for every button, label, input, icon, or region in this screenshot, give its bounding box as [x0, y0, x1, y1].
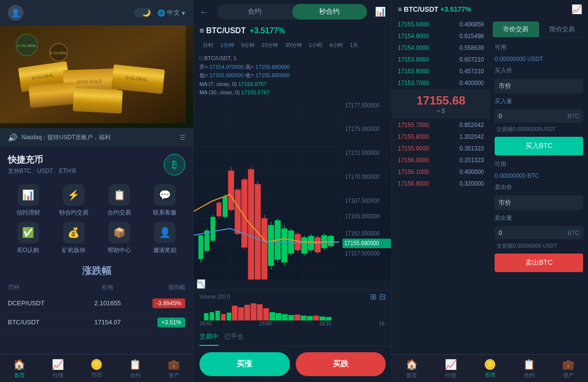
- nav-icon: 📋: [523, 359, 535, 370]
- contract-tabs: 合约秒合约: [217, 4, 367, 20]
- market-row[interactable]: DCEP/USDT 2.101655 -3.8945%: [0, 294, 193, 313]
- timeframe-1天[interactable]: 1天: [347, 40, 362, 50]
- ob-bid-price: 17155.6000: [398, 21, 429, 28]
- timeframe-1小时[interactable]: 1小时: [305, 40, 326, 50]
- menu-item-邀请奖励[interactable]: 👤 邀请奖励: [145, 222, 185, 255]
- ob-ask-row[interactable]: 17155.9000 0.351323: [392, 143, 490, 154]
- ob-ask-price: 17156.1000: [398, 169, 429, 175]
- contract-tab-秒合约[interactable]: 秒合约: [292, 4, 368, 20]
- chart-mode-icon[interactable]: 📊: [375, 6, 386, 17]
- ob-bid-row[interactable]: 17154.9000 0.615498: [392, 30, 490, 42]
- available-label: 可用: [495, 43, 506, 52]
- ob-ask-row[interactable]: 17155.7000 0.852042: [392, 119, 490, 131]
- sell-amount-input[interactable]: 0 BTC: [495, 226, 583, 239]
- theme-toggle[interactable]: [134, 8, 152, 18]
- timeframe-分时[interactable]: 分时: [199, 40, 217, 50]
- menu-item-IEO认购[interactable]: ✅ IEO认购: [8, 222, 48, 255]
- trade-status-已平仓[interactable]: 已平仓: [224, 328, 243, 346]
- trade-type-tab-限价交易[interactable]: 限价交易: [539, 21, 586, 37]
- ob-bid-row[interactable]: 17155.6000 0.406859: [392, 19, 490, 30]
- svg-text:G·GLOBAL: G·GLOBAL: [17, 43, 37, 48]
- nav-item-行情[interactable]: 📈 行情: [39, 355, 77, 382]
- buy-amount-label: 买入量: [495, 97, 512, 106]
- sell-price-label-row: 卖出价: [493, 181, 585, 193]
- right-nav-item-首页[interactable]: 🏠 首页: [392, 355, 431, 382]
- ob-bid-row[interactable]: 17153.9000 0.607210: [392, 54, 490, 65]
- buy-btc-button[interactable]: 买入BTC: [495, 137, 583, 155]
- market-title: 涨跌幅: [82, 264, 111, 277]
- ob-ask-amount: 0.320000: [459, 180, 484, 187]
- trade-status-交易中[interactable]: 交易中: [199, 328, 218, 346]
- svg-rect-46: [261, 218, 267, 281]
- time-label: 19:00: [259, 321, 271, 326]
- row-price: 2.101655: [74, 299, 141, 307]
- right-nav-item-行情[interactable]: 📈 行情: [431, 355, 470, 382]
- right-nav-item-币币[interactable]: 🪙 币币: [470, 355, 509, 382]
- ob-ask-row[interactable]: 17155.8000 1.202042: [392, 131, 490, 143]
- timeframe-30分钟[interactable]: 30分钟: [282, 40, 305, 50]
- ob-bid-row[interactable]: 17153.7000 0.400000: [392, 77, 490, 89]
- market-section: 涨跌幅 币种 价格 涨跌幅 DCEP/USDT 2.101655 -3.8945…: [0, 258, 193, 354]
- svg-text:17177.500000: 17177.500000: [345, 102, 380, 109]
- notice-bar: 🔊 Nasdaq：提转USDT至账户，福利 ☰: [0, 128, 193, 147]
- sell-btc-button[interactable]: 卖出BTC: [495, 254, 583, 272]
- right-chart-icon[interactable]: 📈: [571, 4, 582, 15]
- timeframe-5分钟[interactable]: 5分钟: [238, 40, 258, 50]
- ob-bid-amount: 0.607210: [459, 56, 484, 63]
- ob-ask-row[interactable]: 17156.1000 0.400000: [392, 166, 490, 178]
- menu-item-联系客服[interactable]: 💬 联系客服: [145, 184, 185, 217]
- chart-expand-icon[interactable]: ⊞: [370, 292, 376, 301]
- svg-rect-89: [251, 303, 257, 320]
- timeframe-15分钟[interactable]: 15分钟: [258, 40, 282, 50]
- speaker-icon: 🔊: [8, 133, 18, 142]
- svg-text:17175.000000: 17175.000000: [345, 126, 380, 133]
- sell-available-row: 可用: [493, 158, 585, 170]
- ob-ask-row[interactable]: 17156.9000 0.320000: [392, 178, 490, 190]
- mid-header: ← 合约秒合约 📊: [194, 0, 392, 23]
- timeframe-bar: 分时1分钟5分钟15分钟30分钟1小时4小时1天: [194, 38, 392, 52]
- timeframe-1分钟[interactable]: 1分钟: [217, 40, 238, 50]
- nav-label: 首页: [14, 372, 25, 379]
- contract-tab-合约[interactable]: 合约: [217, 4, 292, 20]
- ob-bid-row[interactable]: 17153.8000 0.457210: [392, 65, 490, 77]
- header-right: 🌐 中文 ▾: [134, 8, 185, 18]
- trade-type-tab-市价交易[interactable]: 市价交易: [493, 21, 539, 37]
- chart-area: 17177.500000 17175.000000 17172.500000 1…: [194, 99, 392, 290]
- nav-item-首页[interactable]: 🏠 首页: [0, 355, 39, 382]
- menu-item-矿机版块[interactable]: 💰 矿机版块: [53, 222, 94, 255]
- chart-collapse-icon[interactable]: ⊟: [379, 292, 386, 301]
- sell-price-input[interactable]: 市价: [495, 195, 583, 210]
- sell-available-label: 可用: [495, 160, 506, 169]
- col-price-header: 价格: [74, 283, 141, 292]
- charge-button[interactable]: ₿: [164, 154, 185, 175]
- nav-item-资产[interactable]: 💼 资产: [154, 355, 193, 382]
- svg-rect-88: [244, 305, 250, 320]
- nav-item-合约[interactable]: 📋 合约: [116, 355, 154, 382]
- timeframe-4小时[interactable]: 4小时: [326, 40, 347, 50]
- right-nav-item-合约[interactable]: 📋 合约: [510, 355, 549, 382]
- nav-item-币币[interactable]: 🪙 币币: [77, 355, 116, 382]
- quick-charge-title: 快捷充币: [8, 154, 77, 166]
- sell-short-button[interactable]: 买跌: [296, 352, 386, 376]
- ob-bid-row[interactable]: 17154.0000 0.558639: [392, 42, 490, 54]
- mid-pair-title: ≡ BTC/USDT +3.5177%: [194, 23, 392, 38]
- language-button[interactable]: 🌐 中文 ▾: [157, 8, 185, 17]
- back-button[interactable]: ←: [199, 6, 209, 18]
- menu-item-秒合约交易[interactable]: ⚡ 秒合约交易: [53, 184, 94, 217]
- right-nav-item-资产[interactable]: 💼 资产: [549, 355, 588, 382]
- mid-pair-name: ≡ BTC/USDT: [199, 26, 246, 35]
- buy-long-button[interactable]: 买涨: [199, 352, 290, 376]
- buy-amount-input[interactable]: 0 BTC: [495, 109, 583, 123]
- menu-item-信托理财[interactable]: 📊 信托理财: [8, 184, 48, 217]
- menu-item-帮助中心[interactable]: 📦 帮助中心: [99, 222, 140, 255]
- menu-item-合约交易[interactable]: 📋 合约交易: [99, 184, 140, 217]
- hamburger-icon[interactable]: ☰: [180, 134, 185, 141]
- nav-icon: 🏠: [13, 359, 25, 370]
- ob-ask-row[interactable]: 17156.0000 0.201323: [392, 154, 490, 166]
- market-row[interactable]: BTC/USDT 17154.07 +3.51%: [0, 313, 193, 332]
- banner: G·GLOBAL 1OOZ GOLD G·GLOBAL G·GLOBAL G·G…: [0, 25, 193, 128]
- mid-pair-change: +3.5177%: [250, 26, 285, 35]
- buy-price-input[interactable]: 市价: [495, 79, 583, 93]
- avatar[interactable]: 👤: [8, 5, 23, 21]
- banner-bg: G·GLOBAL 1OOZ GOLD G·GLOBAL G·GLOBAL G·G…: [0, 25, 193, 128]
